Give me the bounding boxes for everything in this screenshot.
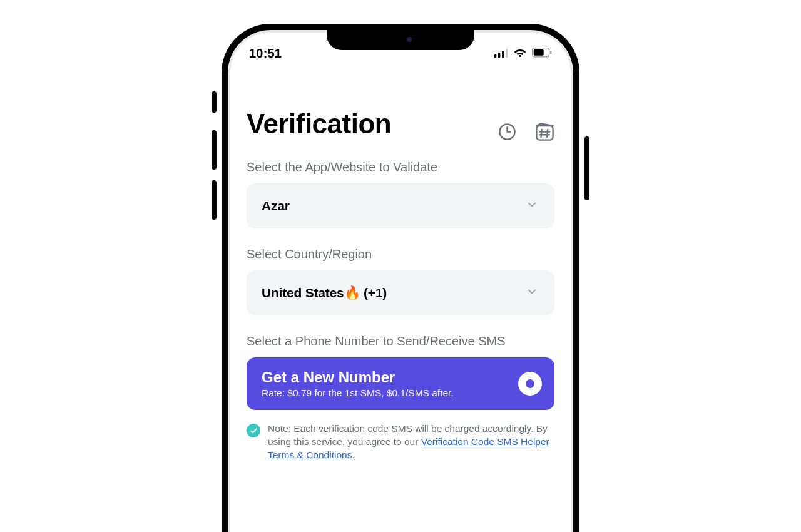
wifi-icon: [513, 46, 527, 61]
svg-rect-3: [506, 49, 508, 58]
svg-line-11: [547, 130, 548, 137]
cta-title: Get a New Number: [262, 369, 454, 386]
cellular-icon: [494, 46, 508, 61]
cta-rate: Rate: $0.79 for the 1st SMS, $0.1/SMS af…: [262, 387, 454, 399]
svg-rect-6: [534, 49, 544, 56]
svg-line-10: [541, 130, 542, 137]
svg-point-4: [519, 55, 521, 57]
app-select[interactable]: Azar: [247, 183, 554, 228]
country-select[interactable]: United States🔥 (+1): [247, 270, 554, 315]
svg-rect-1: [498, 53, 500, 58]
svg-rect-0: [494, 54, 496, 58]
numbers-button[interactable]: [535, 122, 554, 141]
svg-rect-2: [502, 51, 504, 58]
note-post: .: [352, 449, 354, 460]
hash-box-icon: [535, 122, 554, 141]
clock-icon: [498, 123, 516, 141]
svg-rect-9: [536, 126, 553, 140]
country-label: Select Country/Region: [247, 247, 554, 262]
radio-icon: [518, 372, 542, 396]
chevron-down-icon: [526, 198, 538, 214]
notch: [327, 29, 474, 50]
terms-note: Note: Each verification code SMS will be…: [247, 422, 554, 462]
history-button[interactable]: [498, 123, 516, 141]
phone-frame: 10:51: [222, 24, 579, 532]
page-title: Verification: [247, 108, 391, 140]
status-time: 10:51: [249, 46, 282, 61]
app-select-value: Azar: [262, 198, 290, 213]
battery-icon: [532, 46, 552, 61]
chevron-down-icon: [526, 285, 538, 301]
number-label: Select a Phone Number to Send/Receive SM…: [247, 334, 554, 349]
check-icon: [247, 424, 260, 437]
country-select-value: United States🔥 (+1): [262, 285, 387, 300]
svg-rect-7: [550, 51, 551, 54]
get-number-button[interactable]: Get a New Number Rate: $0.79 for the 1st…: [247, 357, 554, 410]
app-label: Select the App/Website to Validate: [247, 160, 554, 175]
